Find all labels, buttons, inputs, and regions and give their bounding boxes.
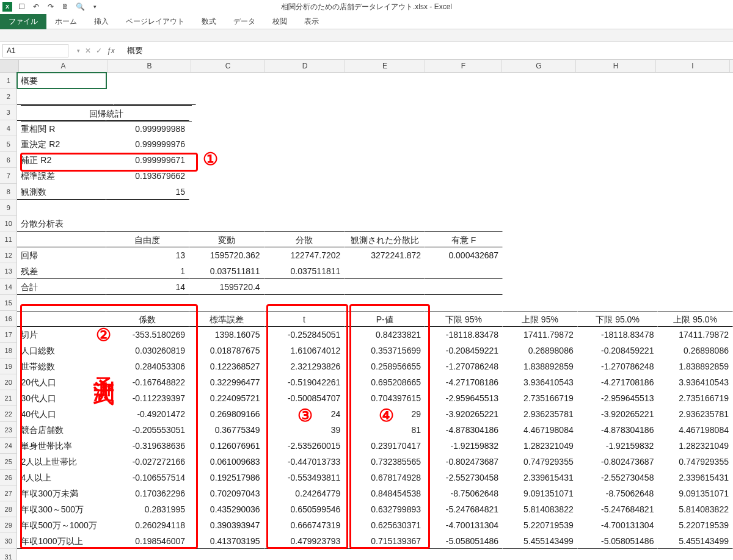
cell-E30[interactable]: 0.715139367 (345, 533, 425, 549)
cell-B5[interactable]: 0.999999976 (106, 136, 189, 152)
cell-F21[interactable]: -2.959645513 (425, 390, 503, 406)
cell-E11[interactable]: 観測された分散比 (345, 231, 425, 247)
cell-B10[interactable] (106, 216, 189, 231)
cell-A7[interactable]: 標準誤差 (17, 168, 106, 184)
cell-B13[interactable]: 1 (106, 263, 189, 279)
cell-E4[interactable] (345, 120, 425, 136)
tab-layout[interactable]: ページレイアウト (117, 14, 193, 29)
cell-F9[interactable] (425, 200, 503, 216)
row-header[interactable]: 10 (0, 216, 17, 231)
cell-G14[interactable] (503, 279, 578, 295)
cell-B26[interactable]: -0.106557514 (106, 470, 189, 485)
cell-B1[interactable] (106, 73, 189, 89)
cell-B6[interactable]: 0.999999671 (106, 152, 189, 168)
cell-A20[interactable]: 20代人口 (17, 374, 106, 390)
cell-G2[interactable] (503, 89, 578, 104)
tab-file[interactable]: ファイル (0, 14, 46, 29)
cell-C15[interactable] (189, 295, 264, 311)
cell-H21[interactable]: -2.959645513 (578, 390, 658, 406)
cell-H14[interactable] (578, 279, 658, 295)
cell-G17[interactable]: 17411.79872 (503, 327, 578, 343)
cell-D30[interactable]: 0.479923793 (264, 533, 345, 549)
cell-D16[interactable]: t (264, 311, 345, 327)
cell-A16[interactable] (17, 311, 106, 327)
cell-D9[interactable] (264, 200, 345, 216)
cell-D26[interactable]: -0.553493811 (264, 470, 345, 485)
cell-B9[interactable] (106, 200, 189, 216)
cell-B7[interactable]: 0.193679662 (106, 168, 189, 184)
cell-H12[interactable] (578, 247, 658, 263)
cell-I6[interactable] (658, 152, 733, 168)
cell-I16[interactable]: 上限 95.0% (658, 311, 733, 327)
cell-E10[interactable] (345, 216, 425, 231)
cell-C7[interactable] (189, 168, 264, 184)
cell-D21[interactable]: -0.500854707 (264, 390, 345, 406)
cell-D10[interactable] (264, 216, 345, 231)
save-icon[interactable]: ☐ (16, 1, 27, 12)
row-header[interactable]: 9 (0, 200, 17, 216)
cell-B16[interactable]: 係数 (106, 311, 189, 327)
spreadsheet-grid[interactable]: A B C D E F G H I 1概要23回帰統計4重相関 R0.99999… (0, 60, 733, 560)
cell-C31[interactable] (189, 549, 264, 560)
cell-I26[interactable]: 2.339615431 (658, 470, 733, 485)
cell-F16[interactable]: 下限 95% (425, 311, 503, 327)
cell-A22[interactable]: 40代人口 (17, 406, 106, 422)
qat-more-icon[interactable]: ▾ (89, 1, 100, 12)
cell-E25[interactable]: 0.732385565 (345, 454, 425, 470)
name-box[interactable]: A1 (2, 44, 68, 57)
cell-A2[interactable] (17, 89, 106, 104)
cell-B20[interactable]: -0.167648822 (106, 374, 189, 390)
cell-I3[interactable] (659, 104, 733, 120)
col-header[interactable]: D (265, 60, 345, 72)
cell-C4[interactable] (189, 120, 264, 136)
cell-I11[interactable] (658, 231, 733, 247)
cell-C20[interactable]: 0.322996477 (189, 374, 264, 390)
cell-A8[interactable]: 観測数 (17, 184, 106, 200)
cell-H16[interactable]: 下限 95.0% (578, 311, 658, 327)
cell-G5[interactable] (503, 136, 578, 152)
cell-E1[interactable] (345, 73, 425, 89)
cell-A3[interactable]: 回帰統計 (17, 104, 114, 120)
cell-B25[interactable]: -0.027272166 (106, 454, 189, 470)
col-header[interactable]: E (345, 60, 425, 72)
cell-A18[interactable]: 人口総数 (17, 343, 106, 358)
new-doc-icon[interactable]: 🗎 (60, 1, 71, 12)
tab-home[interactable]: ホーム (46, 14, 86, 29)
cell-H19[interactable]: -1.270786248 (578, 358, 658, 374)
cell-I8[interactable] (658, 184, 733, 200)
cell-D4[interactable] (264, 120, 345, 136)
row-header[interactable]: 21 (0, 390, 17, 406)
cell-F13[interactable] (425, 263, 503, 279)
cell-G8[interactable] (503, 184, 578, 200)
cell-I7[interactable] (658, 168, 733, 184)
cell-A17[interactable]: 切片 (17, 327, 106, 343)
cell-H13[interactable] (578, 263, 658, 279)
cell-B30[interactable]: 0.198546007 (106, 533, 189, 549)
cell-I2[interactable] (658, 89, 733, 104)
cell-E2[interactable] (345, 89, 425, 104)
row-header[interactable]: 28 (0, 501, 17, 517)
cell-H17[interactable]: -18118.83478 (578, 327, 658, 343)
cell-I25[interactable]: 0.747929355 (658, 454, 733, 470)
cell-F2[interactable] (425, 89, 503, 104)
cell-F7[interactable] (425, 168, 503, 184)
cell-E8[interactable] (345, 184, 425, 200)
cell-D15[interactable] (264, 295, 345, 311)
cell-F26[interactable]: -2.552730458 (425, 470, 503, 485)
cell-H4[interactable] (578, 120, 658, 136)
cell-I21[interactable]: 2.735166719 (658, 390, 733, 406)
cell-D5[interactable] (264, 136, 345, 152)
cell-I9[interactable] (658, 200, 733, 216)
cell-E17[interactable]: 0.84233821 (345, 327, 425, 343)
cell-A4[interactable]: 重相関 R (17, 120, 106, 136)
cell-D18[interactable]: 1.610674012 (264, 343, 345, 358)
cell-C29[interactable]: 0.390393947 (189, 517, 264, 533)
cell-H31[interactable] (578, 549, 658, 560)
cell-F27[interactable]: -8.75062648 (425, 485, 503, 501)
cell-H8[interactable] (578, 184, 658, 200)
dropdown-icon[interactable]: ▾ (77, 48, 80, 54)
cell-A24[interactable]: 単身世帯比率 (17, 438, 106, 454)
cell-H1[interactable] (578, 73, 658, 89)
cell-F25[interactable]: -0.802473687 (425, 454, 503, 470)
cell-E22[interactable]: 29 (345, 406, 425, 422)
